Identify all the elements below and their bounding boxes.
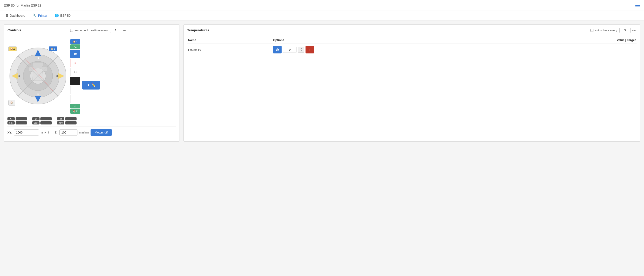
speed-row: XY: mm/min Z: mm/min Motors off [8,126,176,136]
step-1-button[interactable]: 1 [70,59,80,67]
controls-header: Controls auto-check position every: sec [8,28,176,35]
home-y-button[interactable]: 🏠 Y [49,46,57,51]
printer-icon: 🔧 [32,13,37,17]
star-icon: ★ [87,83,90,87]
step-buttons-column: 🏠 Y +Z 10 1 0.1 [70,39,80,114]
home-z-icon: 🏠 [73,40,76,43]
heater-temp-unit: °C [298,47,304,53]
x-value [16,117,27,121]
home-z-bottom-button[interactable]: 🏠 Z [70,109,80,114]
y-label: Y: [32,117,40,121]
heater-confirm-button[interactable]: ✓ [306,46,314,53]
home-zb-icon: 🏠 [73,110,76,113]
col-value-target: Value | Target [518,36,636,44]
tab-esp3d-label: ESP3D [60,14,71,17]
nav-tabs: ☰ Dashboard 🔧 Printer 🌐 ESP3D [0,11,644,21]
y-value [40,117,52,121]
table-row: Heater T0 ⏻ °C ✓ [187,44,636,55]
heater-name: Heater T0 [187,44,272,55]
z-speed-unit: mm/min [79,131,89,134]
temperatures-title: Temperatures [187,28,209,32]
home-bottom-button[interactable]: 🏠 [8,100,15,106]
home-xy-button[interactable]: 🏠 X [8,46,17,51]
svg-text:+X: +X [56,75,59,77]
tab-printer-label: Printer [38,14,48,17]
z-speed-label: Z: [55,131,57,134]
heater-temp-input[interactable] [283,47,296,53]
esp3d-icon: 🌐 [55,13,59,17]
z-position-group: Z: Zm: [57,117,76,125]
motors-off-label: Motors off [94,131,108,134]
x-position-group: X: Xm: [8,117,27,125]
temperatures-card: Temperatures auto-check every: sec Name … [183,24,640,141]
temperatures-table: Name Options Value | Target Heater T0 ⏻ [187,36,636,55]
check-icon: ✓ [308,48,311,51]
heater-controls: ⏻ °C ✓ [273,46,517,53]
jog-area: 🏠 X 🏠 Y [8,38,176,114]
motors-off-button[interactable]: Motors off [90,129,112,136]
svg-text:+Y: +Y [36,57,40,59]
z-minus-button[interactable]: -Z [70,104,80,109]
z-value [65,117,76,121]
autocheck-position-unit: sec [122,29,127,32]
col-name: Name [187,36,272,44]
dashboard-icon: ☰ [6,13,8,17]
autocheck-temp-row: auto-check every: sec [590,28,636,33]
jog-pad-wrapper: 🏠 X 🏠 Y [8,46,68,106]
step-blank-button[interactable] [70,77,80,85]
step-white2-button[interactable] [70,95,80,103]
xm-label: Xm: [8,121,15,125]
x-label: X: [8,117,15,121]
jog-pad-svg: +Y -Y +X -X [8,46,68,106]
power-icon: ⏻ [276,48,279,51]
xm-value [16,121,27,125]
app-title: ESP3D for Marlin ESP32 [4,3,41,7]
home-y-icon: 🏠 [50,48,53,50]
xy-speed-label: XY: [8,131,12,134]
z-plus-button[interactable]: +Z [70,44,80,49]
autocheck-position-checkbox[interactable] [70,29,73,32]
app-header: ESP3D for Marlin ESP32 [0,0,644,11]
svg-text:-X: -X [18,75,20,77]
ym-label: Ym: [32,121,40,125]
z-speed-input[interactable] [60,130,78,136]
step-10-button[interactable]: 10 [70,50,80,58]
controls-title: Controls [8,28,22,32]
z-label: Z: [57,117,64,121]
autocheck-position-row: auto-check position every: sec [70,28,127,33]
autocheck-temp-checkbox[interactable] [590,29,594,32]
menu-button[interactable] [636,4,640,7]
col-options: Options [272,36,518,44]
heater-power-button[interactable]: ⏻ [273,46,282,53]
autocheck-temp-input[interactable] [620,28,631,33]
xy-speed-input[interactable] [14,130,39,136]
autocheck-temp-label: auto-check every: [595,29,618,32]
position-info: X: Xm: Y: Ym: [8,117,176,125]
step-01-button[interactable]: 0.1 [70,68,80,76]
step-white1-button[interactable] [70,86,80,94]
tab-dashboard[interactable]: ☰ Dashboard [2,11,29,20]
temperatures-header: Temperatures auto-check every: sec [187,28,636,35]
svg-text:-Y: -Y [37,93,39,96]
edit-icon: ✏️ [92,83,95,87]
autocheck-position-input[interactable] [110,28,121,33]
autocheck-position-label: auto-check position every: [74,29,108,32]
home-bottom-icon: 🏠 [10,101,14,104]
xy-speed-unit: mm/min [41,131,50,134]
heater-value-target [518,44,636,55]
macro-area: ★ ✏️ [82,63,100,90]
zm-label: Zm: [57,121,64,125]
tab-dashboard-label: Dashboard [10,14,25,17]
autocheck-temp-unit: sec [632,29,636,32]
tab-printer[interactable]: 🔧 Printer [29,11,51,20]
home-icon: 🏠 [10,48,13,50]
main-content: Controls auto-check position every: sec … [0,21,644,145]
zm-value [65,121,76,125]
macro-button[interactable]: ★ ✏️ [82,81,100,90]
controls-card: Controls auto-check position every: sec … [4,24,180,141]
ym-value [40,121,52,125]
tab-esp3d[interactable]: 🌐 ESP3D [51,11,74,20]
heater-options: ⏻ °C ✓ [272,44,518,55]
home-z-top-button[interactable]: 🏠 Y [70,39,80,44]
y-position-group: Y: Ym: [32,117,52,125]
